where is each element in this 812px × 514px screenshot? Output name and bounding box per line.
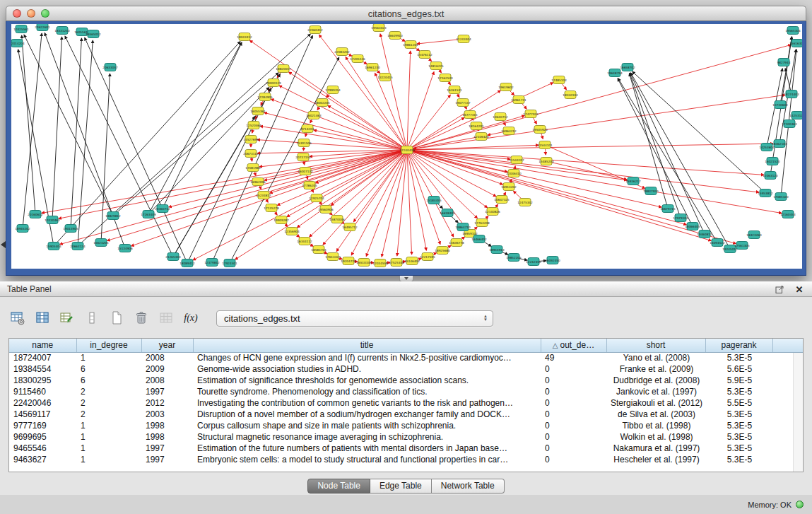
graph-node[interactable]: 16777415 <box>462 111 478 119</box>
graph-node[interactable]: 18002205 <box>314 99 330 107</box>
graph-edge[interactable] <box>163 42 242 209</box>
graph-node[interactable]: 16618405 <box>440 209 455 217</box>
cell-name[interactable]: 9465546 <box>9 443 76 454</box>
graph-node[interactable]: 14816225 <box>428 62 444 70</box>
cell-year[interactable]: 2008 <box>141 375 193 386</box>
graph-node[interactable]: 10647325 <box>494 196 510 204</box>
cell-year[interactable]: 1997 <box>141 443 193 454</box>
graph-node[interactable]: 19648794 <box>607 69 623 77</box>
graph-node[interactable]: 15953812 <box>758 189 773 197</box>
graph-node[interactable]: 16495712 <box>342 223 358 231</box>
table-row[interactable]: 18300295 6 2008 Estimation of significan… <box>9 375 803 386</box>
graph-node[interactable]: 19077147 <box>455 99 471 107</box>
graph-node[interactable]: 10640712 <box>493 113 508 121</box>
cell-short[interactable]: Nakamura et al. (1997) <box>606 443 705 454</box>
cell-name[interactable]: 19384554 <box>9 363 76 375</box>
graph-node[interactable]: 12014204 <box>11 40 25 47</box>
graph-node[interactable]: 12475342 <box>517 199 533 206</box>
graph-node[interactable]: 17085320 <box>773 193 789 201</box>
graph-edge[interactable] <box>618 78 693 226</box>
tab-network-table[interactable]: Network Table <box>432 479 505 493</box>
cell-year[interactable]: 1997 <box>141 386 193 397</box>
graph-node[interactable]: 18820017 <box>276 65 291 73</box>
cell-pagerank[interactable]: 5.3E-5 <box>705 386 772 397</box>
cell-pagerank[interactable]: 5.3E-5 <box>705 409 772 420</box>
cell-pagerank[interactable]: 5.3E-5 <box>705 443 772 454</box>
graph-edge[interactable] <box>407 150 466 228</box>
graph-edge[interactable] <box>407 150 412 255</box>
cell-pagerank[interactable]: 5.9E-5 <box>705 375 772 386</box>
tab-edge-table[interactable]: Edge Table <box>370 479 432 493</box>
graph-node[interactable]: 18066405 <box>685 223 700 230</box>
graph-edge[interactable] <box>366 150 407 257</box>
cell-out-degree[interactable]: 49 <box>541 352 606 363</box>
cell-short[interactable]: de Silva et al. (2003) <box>606 409 705 420</box>
cell-short[interactable]: Hescheler et al. (1997) <box>606 454 705 465</box>
graph-node[interactable]: 20663124 <box>70 243 86 250</box>
graph-node[interactable]: 19564023 <box>371 24 387 32</box>
graph-node[interactable]: 16961731 <box>511 96 526 104</box>
cell-year[interactable]: 1998 <box>141 420 193 431</box>
graph-node[interactable]: 18584704 <box>311 246 326 254</box>
graph-node[interactable]: 16961230 <box>365 64 380 71</box>
table-selector-dropdown[interactable]: citations_edges.txt ▲ ▼ <box>216 310 493 327</box>
graph-node[interactable]: 10730603 <box>772 101 788 109</box>
cell-name[interactable]: 9463627 <box>9 454 76 465</box>
tab-node-table[interactable]: Node Table <box>307 479 370 493</box>
table-row[interactable]: 19384554 6 2009 Genome-wide association … <box>9 363 803 375</box>
graph-edge[interactable] <box>407 150 426 250</box>
graph-node[interactable]: 12379842 <box>204 259 220 267</box>
graph-node[interactable]: 17135278 <box>264 204 279 212</box>
cell-pagerank[interactable]: 5.3E-5 <box>705 420 772 431</box>
cell-pagerank[interactable]: 5.5E-5 <box>705 397 772 409</box>
graph-node[interactable]: 22084202 <box>334 48 350 56</box>
graph-node[interactable]: 22046410 <box>506 170 522 177</box>
graph-edge[interactable] <box>59 150 407 218</box>
graph-node[interactable]: 17100463 <box>782 120 797 128</box>
graph-node[interactable]: 16261531 <box>447 86 462 94</box>
float-panel-icon[interactable] <box>774 284 785 295</box>
graph-node[interactable]: 17924501 <box>222 259 237 267</box>
graph-node[interactable]: 20160612 <box>28 211 43 218</box>
cell-year[interactable]: 1998 <box>141 431 193 443</box>
column-header-title[interactable]: title <box>193 339 541 352</box>
graph-edge[interactable] <box>407 150 711 240</box>
cell-year[interactable]: 2009 <box>141 363 193 375</box>
graph-node[interactable]: 18550104 <box>563 91 578 99</box>
graph-node[interactable]: 17561305 <box>734 242 750 250</box>
cell-in-degree[interactable]: 1 <box>76 443 141 454</box>
graph-node[interactable]: 19460812 <box>697 230 712 238</box>
cell-name[interactable]: 18724007 <box>9 352 76 363</box>
graph-node[interactable]: 15905404 <box>46 243 61 250</box>
graph-edge[interactable] <box>407 145 539 150</box>
cell-short[interactable]: Jankovic et al. (1997) <box>606 386 705 397</box>
cell-title[interactable]: Tourette syndrome. Phenomenology and cla… <box>193 386 541 397</box>
graph-node[interactable]: 14253122 <box>789 112 802 119</box>
graph-edge[interactable] <box>632 71 765 193</box>
graph-node[interactable]: 17162530 <box>437 74 453 82</box>
graph-edge[interactable] <box>630 73 730 249</box>
graph-edge[interactable] <box>24 35 113 216</box>
graph-node[interactable]: 13220415 <box>377 74 393 81</box>
cell-short[interactable]: Dudbridge et al. (2008) <box>606 375 705 386</box>
graph-node[interactable]: 9714203 <box>301 125 314 133</box>
graph-edge[interactable] <box>289 72 407 150</box>
cell-in-degree[interactable]: 6 <box>76 363 141 375</box>
cell-pagerank[interactable]: 5.3E-5 <box>705 352 772 363</box>
cell-title[interactable]: Genome-wide association studies in ADHD. <box>193 363 541 375</box>
cell-year[interactable]: 1997 <box>141 454 193 465</box>
graph-edge[interactable] <box>65 36 173 257</box>
cell-title[interactable]: Changes of HCN gene expression and I(f) … <box>193 352 541 363</box>
sidebar-collapse-arrow-icon[interactable] <box>1 241 6 248</box>
function-builder-icon[interactable]: f(x) <box>182 309 200 327</box>
table-mode-icon[interactable] <box>8 309 27 327</box>
cell-name[interactable]: 18300295 <box>9 375 76 386</box>
graph-node[interactable]: 15146404 <box>404 257 420 265</box>
cell-short[interactable]: Wolkin et al. (1998) <box>606 431 705 443</box>
graph-node[interactable]: 15234817 <box>256 192 271 199</box>
window-titlebar[interactable]: citations_edges.txt <box>6 6 806 21</box>
cell-short[interactable]: Stergiakouli et al. (2012) <box>606 397 705 409</box>
graph-edge[interactable] <box>148 42 242 214</box>
graph-node[interactable]: 12356904 <box>284 228 300 235</box>
graph-node[interactable]: 16936217 <box>625 177 641 185</box>
